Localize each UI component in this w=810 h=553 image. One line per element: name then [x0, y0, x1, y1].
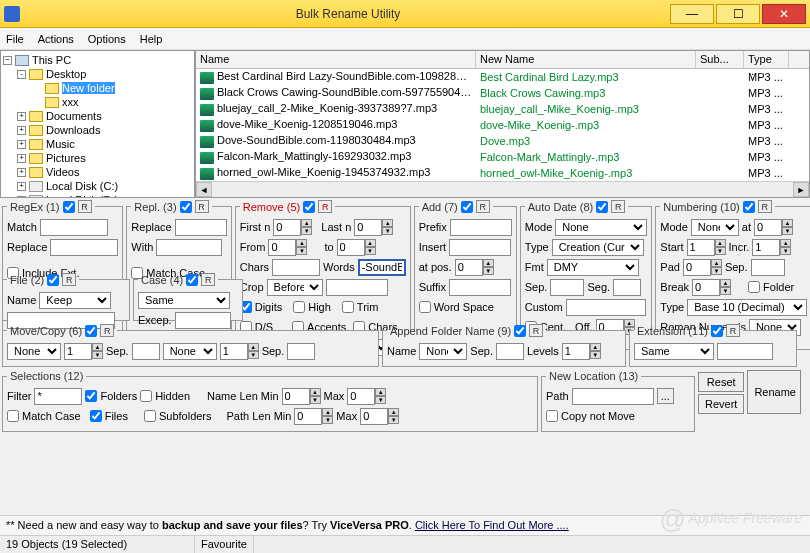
remove-enable[interactable] — [303, 201, 315, 213]
selections-filter[interactable] — [34, 388, 82, 405]
remove-trim[interactable] — [342, 301, 354, 313]
file-row[interactable]: Black Crows Cawing-SoundBible.com-597755… — [196, 85, 809, 101]
file-name-select[interactable]: Keep — [39, 292, 111, 309]
add-reset[interactable]: R — [476, 200, 490, 213]
numbering-reset[interactable]: R — [758, 200, 772, 213]
remove-crop-input[interactable] — [326, 279, 388, 296]
numbering-type[interactable]: Base 10 (Decimal) — [687, 299, 807, 316]
autodate-enable[interactable] — [596, 201, 608, 213]
menu-options[interactable]: Options — [88, 33, 126, 45]
folder-tree[interactable]: −This PC -DesktopNew folderxxx+Documents… — [0, 50, 195, 198]
case-reset[interactable]: R — [201, 273, 215, 286]
column-name[interactable]: Name — [196, 51, 476, 68]
selections-matchcase[interactable] — [7, 410, 19, 422]
numbering-enable[interactable] — [743, 201, 755, 213]
collapse-icon[interactable]: − — [3, 56, 12, 65]
movecopy-mode2[interactable]: None — [163, 343, 217, 360]
movecopy-sep1[interactable] — [132, 343, 160, 360]
add-enable[interactable] — [461, 201, 473, 213]
tree-item[interactable]: +Downloads — [3, 123, 192, 137]
file-enable[interactable] — [47, 274, 59, 286]
promo-link[interactable]: Click Here To Find Out More .... — [415, 519, 569, 531]
repl-replace-input[interactable] — [175, 219, 227, 236]
regex-enable[interactable] — [63, 201, 75, 213]
file-row[interactable]: bluejay_call_2-Mike_Koenig-3937389?7.mp3… — [196, 101, 809, 117]
appendfolder-levels[interactable] — [562, 343, 590, 360]
newlocation-path[interactable] — [572, 388, 654, 405]
expander-icon[interactable]: + — [17, 126, 26, 135]
movecopy-mode1[interactable]: None — [7, 343, 61, 360]
numbering-break[interactable] — [692, 279, 720, 296]
file-row[interactable]: Dove-SoundBible.com-1198030484.mp3Dove.m… — [196, 133, 809, 149]
case-select[interactable]: Same — [138, 292, 230, 309]
numbering-sep[interactable] — [751, 259, 785, 276]
expander-icon[interactable]: + — [17, 112, 26, 121]
extension-input[interactable] — [717, 343, 773, 360]
add-suffix-input[interactable] — [449, 279, 511, 296]
newlocation-copy[interactable] — [546, 410, 558, 422]
movecopy-reset[interactable]: R — [100, 324, 114, 337]
remove-from[interactable] — [268, 239, 296, 256]
menu-help[interactable]: Help — [140, 33, 163, 45]
numbering-mode[interactable]: None — [691, 219, 739, 236]
movecopy-enable[interactable] — [85, 325, 97, 337]
tree-item[interactable]: +Pictures — [3, 151, 192, 165]
autodate-fmt[interactable]: DMY — [547, 259, 639, 276]
selections-subfolders[interactable] — [144, 410, 156, 422]
column-sub[interactable]: Sub... — [696, 51, 744, 68]
tree-item[interactable]: +Videos — [3, 165, 192, 179]
tree-item[interactable]: New folder — [3, 81, 192, 95]
horizontal-scrollbar[interactable]: ◄ ► — [196, 181, 809, 197]
remove-high[interactable] — [293, 301, 305, 313]
numbering-folder[interactable] — [748, 281, 760, 293]
tree-item[interactable]: -Desktop — [3, 67, 192, 81]
extension-select[interactable]: Same — [634, 343, 714, 360]
maximize-button[interactable]: ☐ — [716, 4, 760, 24]
repl-enable[interactable] — [180, 201, 192, 213]
add-prefix-input[interactable] — [450, 219, 512, 236]
repl-reset[interactable]: R — [195, 200, 209, 213]
appendfolder-enable[interactable] — [514, 325, 526, 337]
sel-nlmin[interactable] — [282, 388, 310, 405]
movecopy-sep2[interactable] — [287, 343, 315, 360]
file-row[interactable]: horned_owl-Mike_Koenig-1945374932.mp3hor… — [196, 165, 809, 181]
remove-firstn[interactable] — [273, 219, 301, 236]
selections-hidden[interactable] — [140, 390, 152, 402]
remove-reset[interactable]: R — [318, 200, 332, 213]
scroll-left-icon[interactable]: ◄ — [196, 182, 212, 197]
appendfolder-reset[interactable]: R — [529, 324, 543, 337]
close-button[interactable]: ✕ — [762, 4, 806, 24]
column-type[interactable]: Type ... — [744, 51, 789, 68]
minimize-button[interactable]: — — [670, 4, 714, 24]
numbering-at[interactable] — [754, 219, 782, 236]
tree-item[interactable]: +Documents — [3, 109, 192, 123]
autodate-mode[interactable]: None — [555, 219, 647, 236]
sel-nlmax[interactable] — [347, 388, 375, 405]
appendfolder-sep[interactable] — [496, 343, 524, 360]
expander-icon[interactable]: + — [17, 196, 26, 199]
expander-icon[interactable]: + — [17, 168, 26, 177]
numbering-incr[interactable] — [752, 239, 780, 256]
regex-match-input[interactable] — [40, 219, 108, 236]
movecopy-n1[interactable] — [64, 343, 92, 360]
reset-button[interactable]: Reset — [698, 372, 744, 392]
column-newname[interactable]: New Name — [476, 51, 696, 68]
file-row[interactable]: Falcon-Mark_Mattingly-169293032.mp3Falco… — [196, 149, 809, 165]
regex-reset[interactable]: R — [78, 200, 92, 213]
rename-button[interactable]: Rename — [747, 370, 801, 414]
autodate-custom[interactable] — [566, 299, 646, 316]
sel-plmax[interactable] — [360, 408, 388, 425]
movecopy-n2[interactable] — [220, 343, 248, 360]
numbering-pad[interactable] — [683, 259, 711, 276]
file-list[interactable]: Name New Name Sub... Type ... Best Cardi… — [195, 50, 810, 198]
add-atpos[interactable] — [455, 259, 483, 276]
expander-icon[interactable]: + — [17, 154, 26, 163]
add-wordspace[interactable] — [419, 301, 431, 313]
remove-chars-input[interactable] — [272, 259, 320, 276]
appendfolder-name[interactable]: None — [419, 343, 467, 360]
regex-replace-input[interactable] — [50, 239, 118, 256]
autodate-type[interactable]: Creation (Cur. — [552, 239, 644, 256]
menu-file[interactable]: File — [6, 33, 24, 45]
case-enable[interactable] — [186, 274, 198, 286]
selections-files[interactable] — [90, 410, 102, 422]
